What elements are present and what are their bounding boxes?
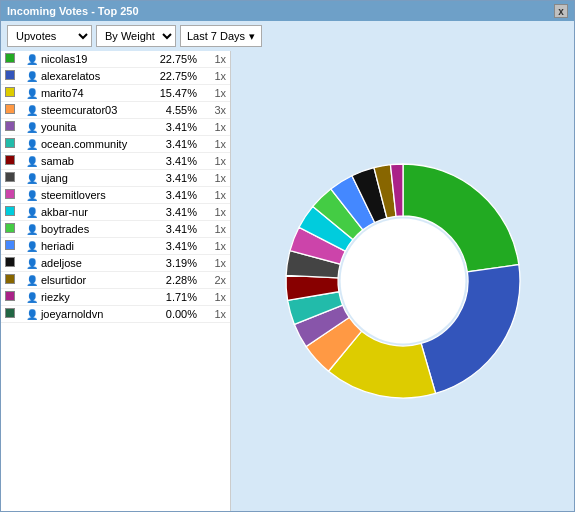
voter-name: alexarelatos (41, 70, 100, 82)
person-icon: 👤 (26, 88, 38, 99)
table-row[interactable]: 👤 ocean.community 3.41% 1x (1, 136, 230, 153)
date-range-label: Last 7 Days (187, 30, 245, 42)
percentage-cell: 3.19% (149, 255, 202, 272)
table-row[interactable]: 👤 samab 3.41% 1x (1, 153, 230, 170)
close-button[interactable]: x (554, 4, 568, 18)
name-cell: 👤 akbar-nur (22, 204, 149, 221)
percentage-cell: 3.41% (149, 204, 202, 221)
table-row[interactable]: 👤 younita 3.41% 1x (1, 119, 230, 136)
table-row[interactable]: 👤 joeyarnoldvn 0.00% 1x (1, 306, 230, 323)
color-cell (1, 102, 22, 119)
person-icon: 👤 (26, 224, 38, 235)
content-area: 👤 nicolas19 22.75% 1x 👤 alexarelatos 22.… (1, 51, 574, 511)
chevron-down-icon: ▾ (249, 30, 255, 43)
color-cell (1, 85, 22, 102)
table-row[interactable]: 👤 ujang 3.41% 1x (1, 170, 230, 187)
date-range-button[interactable]: Last 7 Days ▾ (180, 25, 262, 47)
color-cell (1, 153, 22, 170)
weight-select[interactable]: By WeightBy Count (96, 25, 176, 47)
table-row[interactable]: 👤 steemcurator03 4.55% 3x (1, 102, 230, 119)
percentage-cell: 22.75% (149, 51, 202, 68)
person-icon: 👤 (26, 122, 38, 133)
percentage-cell: 3.41% (149, 238, 202, 255)
table-row[interactable]: 👤 marito74 15.47% 1x (1, 85, 230, 102)
count-cell: 2x (201, 272, 230, 289)
voter-name: younita (41, 121, 76, 133)
name-cell: 👤 ujang (22, 170, 149, 187)
name-cell: 👤 marito74 (22, 85, 149, 102)
count-cell: 1x (201, 289, 230, 306)
table-row[interactable]: 👤 heriadi 3.41% 1x (1, 238, 230, 255)
percentage-cell: 3.41% (149, 170, 202, 187)
person-icon: 👤 (26, 105, 38, 116)
percentage-cell: 15.47% (149, 85, 202, 102)
votes-table: 👤 nicolas19 22.75% 1x 👤 alexarelatos 22.… (1, 51, 230, 323)
person-icon: 👤 (26, 54, 38, 65)
color-cell (1, 170, 22, 187)
voter-name: samab (41, 155, 74, 167)
table-row[interactable]: 👤 nicolas19 22.75% 1x (1, 51, 230, 68)
votes-table-panel: 👤 nicolas19 22.75% 1x 👤 alexarelatos 22.… (1, 51, 231, 511)
vote-type-select[interactable]: UpvotesDownvotesAll (7, 25, 92, 47)
table-row[interactable]: 👤 adeljose 3.19% 1x (1, 255, 230, 272)
table-row[interactable]: 👤 alexarelatos 22.75% 1x (1, 68, 230, 85)
percentage-cell: 22.75% (149, 68, 202, 85)
table-row[interactable]: 👤 boytrades 3.41% 1x (1, 221, 230, 238)
title-bar: Incoming Votes - Top 250 x (1, 1, 574, 21)
voter-name: ocean.community (41, 138, 127, 150)
table-row[interactable]: 👤 steemitlovers 3.41% 1x (1, 187, 230, 204)
percentage-cell: 3.41% (149, 119, 202, 136)
voter-name: steemitlovers (41, 189, 106, 201)
person-icon: 👤 (26, 173, 38, 184)
color-cell (1, 306, 22, 323)
name-cell: 👤 nicolas19 (22, 51, 149, 68)
person-icon: 👤 (26, 241, 38, 252)
voter-name: nicolas19 (41, 53, 87, 65)
person-icon: 👤 (26, 190, 38, 201)
window-title: Incoming Votes - Top 250 (7, 5, 139, 17)
name-cell: 👤 elsurtidor (22, 272, 149, 289)
name-cell: 👤 alexarelatos (22, 68, 149, 85)
color-cell (1, 255, 22, 272)
color-cell (1, 272, 22, 289)
color-cell (1, 136, 22, 153)
voter-name: elsurtidor (41, 274, 86, 286)
percentage-cell: 4.55% (149, 102, 202, 119)
voter-name: steemcurator03 (41, 104, 117, 116)
color-cell (1, 51, 22, 68)
voter-name: adeljose (41, 257, 82, 269)
donut-chart (273, 151, 533, 411)
person-icon: 👤 (26, 71, 38, 82)
color-cell (1, 187, 22, 204)
color-cell (1, 119, 22, 136)
voter-name: riezky (41, 291, 70, 303)
table-row[interactable]: 👤 akbar-nur 3.41% 1x (1, 204, 230, 221)
table-row[interactable]: 👤 elsurtidor 2.28% 2x (1, 272, 230, 289)
percentage-cell: 3.41% (149, 221, 202, 238)
count-cell: 1x (201, 204, 230, 221)
voter-name: boytrades (41, 223, 89, 235)
person-icon: 👤 (26, 309, 38, 320)
person-icon: 👤 (26, 156, 38, 167)
percentage-cell: 1.71% (149, 289, 202, 306)
percentage-cell: 3.41% (149, 136, 202, 153)
count-cell: 1x (201, 153, 230, 170)
donut-hole (340, 219, 465, 344)
name-cell: 👤 younita (22, 119, 149, 136)
name-cell: 👤 steemcurator03 (22, 102, 149, 119)
voter-name: ujang (41, 172, 68, 184)
percentage-cell: 2.28% (149, 272, 202, 289)
count-cell: 1x (201, 51, 230, 68)
toolbar: UpvotesDownvotesAll By WeightBy Count La… (1, 21, 574, 51)
count-cell: 1x (201, 306, 230, 323)
percentage-cell: 3.41% (149, 187, 202, 204)
name-cell: 👤 ocean.community (22, 136, 149, 153)
voter-name: joeyarnoldvn (41, 308, 103, 320)
main-window: Incoming Votes - Top 250 x UpvotesDownvo… (0, 0, 575, 512)
name-cell: 👤 steemitlovers (22, 187, 149, 204)
name-cell: 👤 samab (22, 153, 149, 170)
percentage-cell: 0.00% (149, 306, 202, 323)
count-cell: 1x (201, 187, 230, 204)
percentage-cell: 3.41% (149, 153, 202, 170)
table-row[interactable]: 👤 riezky 1.71% 1x (1, 289, 230, 306)
